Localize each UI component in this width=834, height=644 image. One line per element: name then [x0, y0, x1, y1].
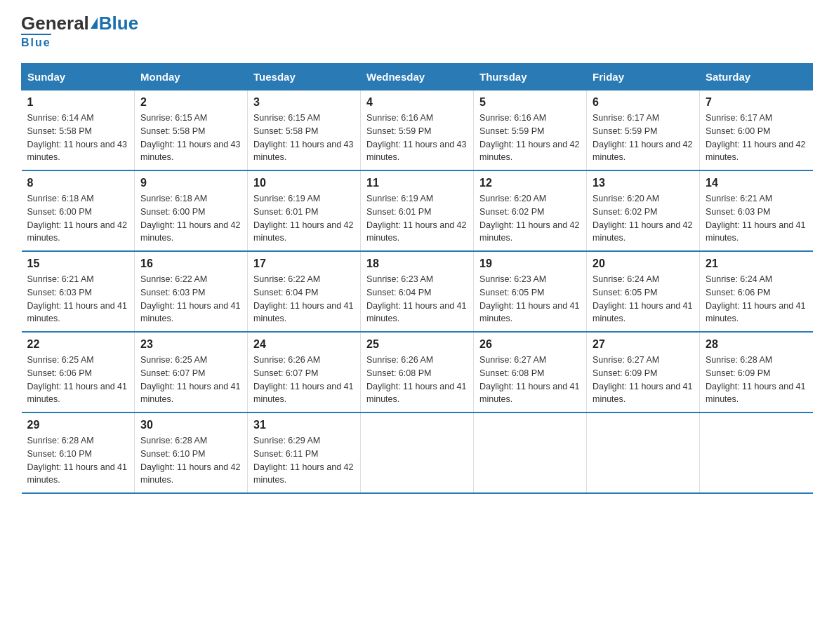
day-number: 21 — [706, 257, 807, 270]
calendar-cell: 1 Sunrise: 6:14 AMSunset: 5:58 PMDayligh… — [22, 90, 135, 171]
calendar-cell: 25 Sunrise: 6:26 AMSunset: 6:08 PMDaylig… — [361, 332, 474, 412]
calendar-week-row: 1 Sunrise: 6:14 AMSunset: 5:58 PMDayligh… — [22, 90, 813, 171]
day-info: Sunrise: 6:25 AMSunset: 6:06 PMDaylight:… — [27, 355, 127, 404]
page-header: GeneralBlue Blue — [21, 14, 813, 49]
day-info: Sunrise: 6:19 AMSunset: 6:01 PMDaylight:… — [253, 194, 353, 243]
day-info: Sunrise: 6:26 AMSunset: 6:08 PMDaylight:… — [366, 355, 466, 404]
logo: GeneralBlue Blue — [21, 14, 138, 49]
calendar-cell: 22 Sunrise: 6:25 AMSunset: 6:06 PMDaylig… — [22, 332, 135, 412]
day-info: Sunrise: 6:18 AMSunset: 6:00 PMDaylight:… — [27, 194, 127, 243]
day-info: Sunrise: 6:27 AMSunset: 6:08 PMDaylight:… — [479, 355, 579, 404]
day-info: Sunrise: 6:19 AMSunset: 6:01 PMDaylight:… — [366, 194, 466, 243]
day-info: Sunrise: 6:23 AMSunset: 6:04 PMDaylight:… — [366, 274, 466, 323]
header-friday: Friday — [587, 64, 700, 90]
day-info: Sunrise: 6:22 AMSunset: 6:03 PMDaylight:… — [140, 274, 240, 323]
header-saturday: Saturday — [700, 64, 813, 90]
calendar-cell: 9 Sunrise: 6:18 AMSunset: 6:00 PMDayligh… — [135, 170, 248, 251]
calendar-cell: 18 Sunrise: 6:23 AMSunset: 6:04 PMDaylig… — [361, 251, 474, 332]
calendar-cell: 24 Sunrise: 6:26 AMSunset: 6:07 PMDaylig… — [248, 332, 361, 412]
calendar-cell: 15 Sunrise: 6:21 AMSunset: 6:03 PMDaylig… — [22, 251, 135, 332]
calendar-cell: 17 Sunrise: 6:22 AMSunset: 6:04 PMDaylig… — [248, 251, 361, 332]
day-number: 16 — [140, 257, 241, 270]
header-monday: Monday — [135, 64, 248, 90]
day-number: 5 — [479, 96, 581, 109]
calendar-cell: 7 Sunrise: 6:17 AMSunset: 6:00 PMDayligh… — [700, 90, 813, 171]
calendar-cell: 6 Sunrise: 6:17 AMSunset: 5:59 PMDayligh… — [587, 90, 700, 171]
day-info: Sunrise: 6:17 AMSunset: 6:00 PMDaylight:… — [706, 113, 805, 162]
calendar-cell: 11 Sunrise: 6:19 AMSunset: 6:01 PMDaylig… — [361, 170, 474, 251]
calendar-cell: 30 Sunrise: 6:28 AMSunset: 6:10 PMDaylig… — [135, 412, 248, 493]
calendar-cell — [474, 412, 587, 493]
day-info: Sunrise: 6:21 AMSunset: 6:03 PMDaylight:… — [706, 194, 805, 243]
day-number: 10 — [253, 177, 355, 189]
header-thursday: Thursday — [474, 64, 587, 90]
calendar-cell: 19 Sunrise: 6:23 AMSunset: 6:05 PMDaylig… — [474, 251, 587, 332]
day-number: 6 — [593, 96, 694, 109]
calendar-cell — [587, 412, 700, 493]
calendar-table: SundayMondayTuesdayWednesdayThursdayFrid… — [21, 63, 813, 494]
day-number: 8 — [27, 177, 129, 189]
calendar-cell: 10 Sunrise: 6:19 AMSunset: 6:01 PMDaylig… — [248, 170, 361, 251]
logo-tagline: Blue — [21, 34, 51, 49]
day-info: Sunrise: 6:20 AMSunset: 6:02 PMDaylight:… — [593, 194, 692, 243]
day-number: 14 — [706, 177, 807, 189]
day-number: 26 — [479, 338, 581, 351]
calendar-cell: 12 Sunrise: 6:20 AMSunset: 6:02 PMDaylig… — [474, 170, 587, 251]
day-number: 22 — [27, 338, 129, 351]
logo-general-text: General — [21, 14, 89, 32]
day-info: Sunrise: 6:24 AMSunset: 6:06 PMDaylight:… — [706, 274, 805, 323]
calendar-cell — [361, 412, 474, 493]
day-number: 20 — [593, 257, 694, 270]
day-number: 29 — [27, 419, 129, 431]
calendar-cell: 20 Sunrise: 6:24 AMSunset: 6:05 PMDaylig… — [587, 251, 700, 332]
day-number: 11 — [366, 177, 468, 189]
calendar-cell: 8 Sunrise: 6:18 AMSunset: 6:00 PMDayligh… — [22, 170, 135, 251]
calendar-cell: 14 Sunrise: 6:21 AMSunset: 6:03 PMDaylig… — [700, 170, 813, 251]
day-number: 15 — [27, 257, 129, 270]
day-info: Sunrise: 6:21 AMSunset: 6:03 PMDaylight:… — [27, 274, 127, 323]
day-number: 4 — [366, 96, 468, 109]
day-info: Sunrise: 6:18 AMSunset: 6:00 PMDaylight:… — [140, 194, 240, 243]
calendar-cell — [700, 412, 813, 493]
day-number: 28 — [706, 338, 807, 351]
calendar-cell: 16 Sunrise: 6:22 AMSunset: 6:03 PMDaylig… — [135, 251, 248, 332]
day-info: Sunrise: 6:15 AMSunset: 5:58 PMDaylight:… — [253, 113, 353, 162]
day-number: 12 — [479, 177, 581, 189]
logo-blue-text: Blue — [99, 14, 138, 32]
day-info: Sunrise: 6:28 AMSunset: 6:10 PMDaylight:… — [27, 436, 127, 485]
day-info: Sunrise: 6:24 AMSunset: 6:05 PMDaylight:… — [593, 274, 692, 323]
day-number: 2 — [140, 96, 241, 109]
day-info: Sunrise: 6:23 AMSunset: 6:05 PMDaylight:… — [479, 274, 579, 323]
calendar-cell: 4 Sunrise: 6:16 AMSunset: 5:59 PMDayligh… — [361, 90, 474, 171]
logo-top-line: GeneralBlue — [21, 14, 138, 32]
day-number: 13 — [593, 177, 694, 189]
day-info: Sunrise: 6:15 AMSunset: 5:58 PMDaylight:… — [140, 113, 240, 162]
day-info: Sunrise: 6:17 AMSunset: 5:59 PMDaylight:… — [593, 113, 692, 162]
day-info: Sunrise: 6:26 AMSunset: 6:07 PMDaylight:… — [253, 355, 353, 404]
logo-chevron-icon — [91, 18, 98, 29]
day-info: Sunrise: 6:28 AMSunset: 6:09 PMDaylight:… — [706, 355, 805, 404]
calendar-cell: 27 Sunrise: 6:27 AMSunset: 6:09 PMDaylig… — [587, 332, 700, 412]
day-number: 1 — [27, 96, 129, 109]
day-number: 24 — [253, 338, 355, 351]
calendar-cell: 13 Sunrise: 6:20 AMSunset: 6:02 PMDaylig… — [587, 170, 700, 251]
calendar-cell: 31 Sunrise: 6:29 AMSunset: 6:11 PMDaylig… — [248, 412, 361, 493]
calendar-cell: 28 Sunrise: 6:28 AMSunset: 6:09 PMDaylig… — [700, 332, 813, 412]
day-number: 19 — [479, 257, 581, 270]
day-info: Sunrise: 6:16 AMSunset: 5:59 PMDaylight:… — [366, 113, 466, 162]
day-number: 17 — [253, 257, 355, 270]
day-info: Sunrise: 6:16 AMSunset: 5:59 PMDaylight:… — [479, 113, 579, 162]
calendar-cell: 26 Sunrise: 6:27 AMSunset: 6:08 PMDaylig… — [474, 332, 587, 412]
calendar-week-row: 22 Sunrise: 6:25 AMSunset: 6:06 PMDaylig… — [22, 332, 813, 412]
calendar-cell: 23 Sunrise: 6:25 AMSunset: 6:07 PMDaylig… — [135, 332, 248, 412]
calendar-cell: 21 Sunrise: 6:24 AMSunset: 6:06 PMDaylig… — [700, 251, 813, 332]
day-number: 7 — [706, 96, 807, 109]
calendar-week-row: 15 Sunrise: 6:21 AMSunset: 6:03 PMDaylig… — [22, 251, 813, 332]
calendar-cell: 2 Sunrise: 6:15 AMSunset: 5:58 PMDayligh… — [135, 90, 248, 171]
day-number: 18 — [366, 257, 468, 270]
day-info: Sunrise: 6:25 AMSunset: 6:07 PMDaylight:… — [140, 355, 240, 404]
day-number: 3 — [253, 96, 355, 109]
calendar-week-row: 8 Sunrise: 6:18 AMSunset: 6:00 PMDayligh… — [22, 170, 813, 251]
day-info: Sunrise: 6:29 AMSunset: 6:11 PMDaylight:… — [253, 436, 353, 485]
header-tuesday: Tuesday — [248, 64, 361, 90]
